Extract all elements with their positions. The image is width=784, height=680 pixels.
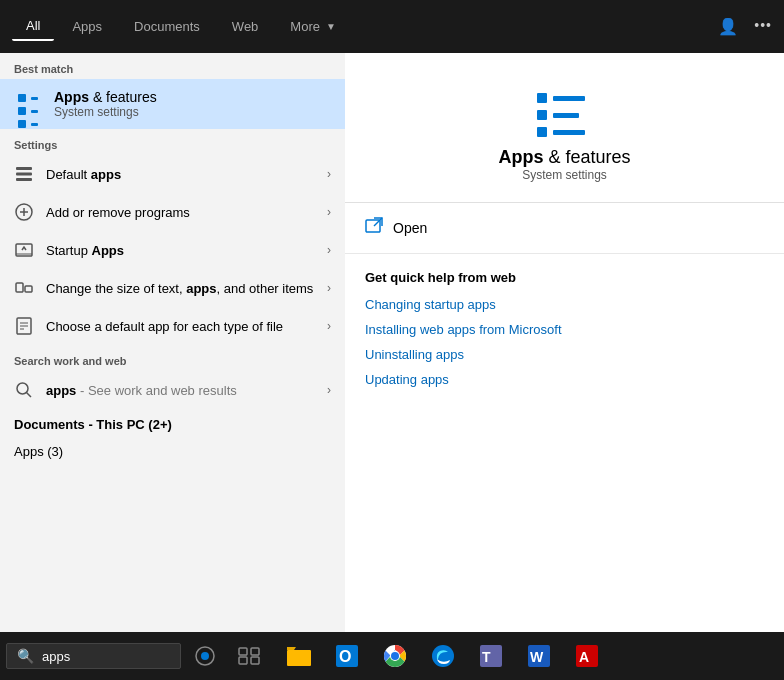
svg-point-29 xyxy=(391,652,399,660)
svg-text:O: O xyxy=(339,648,351,665)
documents-section: Documents - This PC (2+) xyxy=(0,409,345,440)
quick-help-section: Get quick help from web Changing startup… xyxy=(345,254,784,413)
svg-rect-0 xyxy=(16,167,32,170)
best-match-title: Apps & features xyxy=(54,89,331,105)
svg-rect-1 xyxy=(16,173,32,176)
default-apps-label: Default apps xyxy=(46,167,315,182)
svg-rect-2 xyxy=(16,178,32,181)
svg-text:T: T xyxy=(482,649,491,665)
task-view-button[interactable] xyxy=(229,636,269,676)
tab-all[interactable]: All xyxy=(12,12,54,41)
icon-dot-3 xyxy=(537,127,547,137)
icon-dot-1 xyxy=(537,93,547,103)
open-button[interactable]: Open xyxy=(345,203,784,254)
open-icon xyxy=(365,217,383,239)
app-subtitle: System settings xyxy=(522,168,607,182)
top-nav: All Apps Documents Web More ▼ 👤 ••• xyxy=(0,0,784,53)
add-remove-label: Add or remove programs xyxy=(46,205,315,220)
quick-help-title: Get quick help from web xyxy=(365,270,764,285)
icon-dot-2 xyxy=(537,110,547,120)
chevron-icon-5: › xyxy=(327,319,331,333)
tab-documents[interactable]: Documents xyxy=(120,13,214,40)
svg-rect-24 xyxy=(287,650,311,666)
svg-rect-22 xyxy=(239,657,247,664)
tab-web[interactable]: Web xyxy=(218,13,273,40)
search-work-text: apps - See work and web results xyxy=(46,383,315,398)
svg-rect-9 xyxy=(25,286,32,292)
choose-default-icon xyxy=(14,316,34,336)
menu-item-startup-apps[interactable]: Startup Apps › xyxy=(0,231,345,269)
taskbar-outlook[interactable]: O xyxy=(325,634,369,678)
search-work-item[interactable]: apps - See work and web results › xyxy=(0,371,345,409)
main-container: Best match Apps & features Sys xyxy=(0,53,784,680)
svg-rect-20 xyxy=(239,648,247,655)
svg-rect-23 xyxy=(251,657,259,664)
menu-item-change-size[interactable]: Change the size of text, apps, and other… xyxy=(0,269,345,307)
svg-line-15 xyxy=(27,393,32,398)
best-match-label: Best match xyxy=(0,53,345,79)
taskbar-apps: O T xyxy=(277,634,609,678)
chevron-icon-3: › xyxy=(327,243,331,257)
taskbar-chrome[interactable] xyxy=(373,634,417,678)
taskbar-search-icon: 🔍 xyxy=(17,648,34,664)
chevron-icon-4: › xyxy=(327,281,331,295)
settings-section-label: Settings xyxy=(0,129,345,155)
taskbar-file-explorer[interactable] xyxy=(277,634,321,678)
tab-apps[interactable]: Apps xyxy=(58,13,116,40)
app-large-icon xyxy=(533,83,597,147)
right-panel: Apps & features System settings Open Get… xyxy=(345,53,784,680)
open-label: Open xyxy=(393,220,427,236)
svg-text:A: A xyxy=(579,649,589,665)
ellipsis-icon[interactable]: ••• xyxy=(754,17,772,36)
default-apps-icon xyxy=(14,164,34,184)
chevron-icon: › xyxy=(327,167,331,181)
help-link-3[interactable]: Uninstalling apps xyxy=(365,347,764,362)
taskbar-teams[interactable]: T xyxy=(469,634,513,678)
left-panel: Best match Apps & features Sys xyxy=(0,53,345,680)
app-detail-header: Apps & features System settings xyxy=(345,53,784,203)
choose-default-label: Choose a default app for each type of fi… xyxy=(46,319,315,334)
icon-line-1 xyxy=(553,96,585,101)
apps-features-icon xyxy=(14,90,42,118)
svg-point-14 xyxy=(17,383,28,394)
best-match-item[interactable]: Apps & features System settings xyxy=(0,79,345,129)
tab-more[interactable]: More ▼ xyxy=(276,13,350,40)
taskbar-edge[interactable] xyxy=(421,634,465,678)
cortana-button[interactable] xyxy=(185,636,225,676)
search-work-label: Search work and web xyxy=(0,345,345,371)
taskbar-search[interactable]: 🔍 xyxy=(6,643,181,669)
help-link-2[interactable]: Installing web apps from Microsoft xyxy=(365,322,764,337)
help-link-1[interactable]: Changing startup apps xyxy=(365,297,764,312)
app-title: Apps & features xyxy=(498,147,630,168)
menu-item-choose-default[interactable]: Choose a default app for each type of fi… xyxy=(0,307,345,345)
svg-rect-8 xyxy=(16,283,23,292)
startup-apps-icon xyxy=(14,240,34,260)
icon-line-3 xyxy=(553,130,585,135)
apps-count-section: Apps (3) xyxy=(0,440,345,463)
search-icon xyxy=(14,380,34,400)
best-match-text: Apps & features System settings xyxy=(54,89,331,119)
best-match-subtitle: System settings xyxy=(54,105,331,119)
svg-rect-21 xyxy=(251,648,259,655)
taskbar-acrobat[interactable]: A xyxy=(565,634,609,678)
help-link-4[interactable]: Updating apps xyxy=(365,372,764,387)
svg-point-19 xyxy=(201,652,209,660)
taskbar-word[interactable]: W xyxy=(517,634,561,678)
person-icon[interactable]: 👤 xyxy=(718,17,738,36)
change-size-icon xyxy=(14,278,34,298)
chevron-icon-6: › xyxy=(327,383,331,397)
add-remove-icon xyxy=(14,202,34,222)
chevron-icon-2: › xyxy=(327,205,331,219)
svg-line-17 xyxy=(374,218,382,226)
menu-item-add-remove[interactable]: Add or remove programs › xyxy=(0,193,345,231)
menu-item-default-apps[interactable]: Default apps › xyxy=(0,155,345,193)
startup-apps-label: Startup Apps xyxy=(46,243,315,258)
change-size-label: Change the size of text, apps, and other… xyxy=(46,281,315,296)
svg-text:W: W xyxy=(530,649,544,665)
taskbar: 🔍 O xyxy=(0,632,784,680)
icon-line-2 xyxy=(553,113,579,118)
taskbar-search-input[interactable] xyxy=(42,649,170,664)
